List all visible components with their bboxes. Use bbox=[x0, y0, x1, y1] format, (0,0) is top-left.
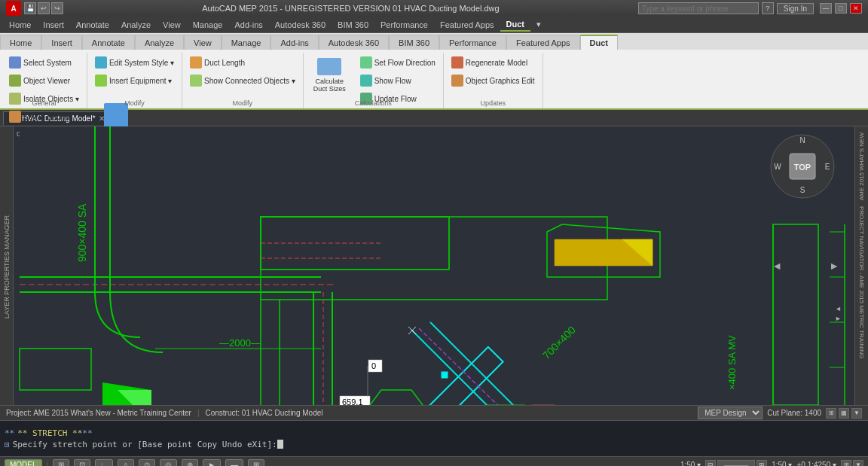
tab-manage[interactable]: Manage bbox=[222, 35, 271, 50]
group-label-general: General bbox=[2, 99, 87, 107]
tab-addins[interactable]: Add-ins bbox=[270, 35, 318, 50]
polar-btn[interactable]: △ bbox=[118, 459, 134, 466]
ribbon-group-general: Select System Object Viewer Isolate Obje… bbox=[2, 53, 87, 108]
project-navigator-tab[interactable]: PROJECT NAVIGATOR - AME 2015 METRIC TRAI… bbox=[857, 203, 866, 361]
titlebar-search[interactable] bbox=[638, 2, 759, 14]
regen-icon bbox=[451, 56, 463, 69]
model-btn[interactable]: MODEL bbox=[5, 459, 42, 466]
close-button[interactable]: ✕ bbox=[850, 3, 862, 14]
menu-autodesk360[interactable]: Autodesk 360 bbox=[269, 19, 332, 31]
ribbon: Home Insert Annotate Analyze View Manage… bbox=[0, 33, 868, 110]
minimize-button[interactable]: — bbox=[820, 3, 832, 14]
nav-right-arrow[interactable]: ► bbox=[829, 260, 839, 272]
osnap-btn[interactable]: ⊙ bbox=[139, 459, 155, 466]
command-text-stretch: ** STRETCH ** bbox=[17, 428, 82, 438]
titlebar: A 💾 ↩ ↪ AutoCAD MEP 2015 - UNREGISTERED … bbox=[0, 0, 868, 17]
menu-dropdown[interactable]: ▾ bbox=[530, 18, 547, 31]
tab-performance[interactable]: Performance bbox=[439, 35, 506, 50]
viewcube: N S E W TOP bbox=[769, 132, 836, 200]
menu-analyze[interactable]: Analyze bbox=[115, 19, 157, 31]
mep-design-dropdown[interactable]: MEP Design bbox=[698, 407, 763, 419]
edit-system-style-btn[interactable]: Edit System Style ▾ bbox=[90, 54, 179, 71]
set-flow-direction-btn[interactable]: Set Flow Direction bbox=[356, 54, 440, 71]
command-cursor-icon: ⊡ bbox=[5, 440, 10, 449]
menu-duct[interactable]: Duct bbox=[500, 18, 530, 32]
tpress-btn[interactable]: ⊞ bbox=[248, 459, 264, 466]
command-cursor bbox=[277, 440, 283, 449]
grid-btn[interactable]: ⊞ bbox=[53, 459, 69, 466]
menu-featured[interactable]: Featured Apps bbox=[434, 19, 500, 31]
show-flow-btn[interactable]: Show Flow bbox=[356, 72, 440, 89]
menu-performance[interactable]: Performance bbox=[374, 19, 434, 31]
svg-text:►: ► bbox=[835, 315, 842, 322]
layer-properties-panel: LAYER PROPERTIES MANAGER bbox=[0, 126, 14, 405]
command-input-line[interactable]: ⊡ Specify stretch point or [Base point C… bbox=[5, 440, 863, 449]
dyn-btn[interactable]: ► bbox=[203, 459, 221, 466]
show-connected-btn[interactable]: Show Connected Objects ▾ bbox=[185, 72, 300, 89]
otrack-btn[interactable]: ◎ bbox=[160, 459, 177, 466]
svg-text:N: N bbox=[799, 136, 805, 145]
viewer-icon bbox=[9, 75, 21, 87]
ortho-btn[interactable]: ∟ bbox=[95, 459, 113, 466]
help-icon[interactable]: ? bbox=[762, 2, 774, 14]
tab-insert[interactable]: Insert bbox=[41, 35, 82, 50]
tab-duct[interactable]: Duct bbox=[580, 35, 618, 50]
scale-controls[interactable]: ⊟ ———— ⊞ bbox=[705, 460, 767, 467]
view-controls[interactable]: ⊞ ▦ ▼ bbox=[826, 408, 862, 419]
command-prompt: ** bbox=[5, 428, 14, 438]
tab-autodesk360[interactable]: Autodesk 360 bbox=[319, 35, 389, 50]
quick-access-save[interactable]: 💾 bbox=[24, 2, 36, 14]
menu-annotate[interactable]: Annotate bbox=[70, 19, 115, 31]
viewcube-svg: N S E W TOP bbox=[769, 132, 836, 200]
command-instruction: Specify stretch point or [Base point Cop… bbox=[13, 440, 277, 449]
menu-home[interactable]: Home bbox=[3, 19, 37, 31]
tab-view[interactable]: View bbox=[184, 35, 222, 50]
duct-length-btn[interactable]: Duct Length bbox=[185, 54, 249, 71]
ribbon-content: Select System Object Viewer Isolate Obje… bbox=[0, 50, 868, 108]
select-system-btn[interactable]: Select System bbox=[5, 54, 76, 71]
svg-text:TOP: TOP bbox=[794, 163, 811, 172]
layer-properties-tab[interactable]: LAYER PROPERTIES MANAGER bbox=[2, 209, 12, 324]
svg-text:E: E bbox=[825, 163, 830, 171]
calc-icon bbox=[317, 58, 341, 75]
tab-analyze[interactable]: Analyze bbox=[135, 35, 184, 50]
calculate-duct-sizes-btn[interactable]: CalculateDuct Sizes bbox=[307, 54, 353, 96]
menu-insert[interactable]: Insert bbox=[37, 19, 70, 31]
menu-manage[interactable]: Manage bbox=[187, 19, 229, 31]
ribbon-tabs: Home Insert Annotate Analyze View Manage… bbox=[0, 33, 868, 50]
tab-bim360[interactable]: BIM 360 bbox=[389, 35, 439, 50]
menu-view[interactable]: View bbox=[157, 19, 187, 31]
whats-new-tab[interactable]: AME 2015 WHAT'S NEW bbox=[857, 129, 866, 203]
regenerate-model-btn[interactable]: Regenerate Model bbox=[447, 54, 532, 71]
quick-access-undo[interactable]: ↩ bbox=[38, 2, 50, 14]
obj-graphics-icon bbox=[451, 75, 463, 87]
tab-annotate[interactable]: Annotate bbox=[82, 35, 135, 50]
edit-in-section-btn[interactable]: Edit In Section bbox=[5, 108, 76, 125]
group-label-modify2: Modify bbox=[182, 99, 303, 107]
nav-left-arrow[interactable]: ◄ bbox=[772, 260, 782, 272]
tab-home[interactable]: Home bbox=[0, 35, 41, 50]
lweight-btn[interactable]: ▬ bbox=[225, 459, 243, 466]
tab-featured[interactable]: Featured Apps bbox=[506, 35, 580, 50]
construct-status: Construct: 01 HVAC Ducting Model bbox=[206, 409, 323, 417]
svg-rect-23 bbox=[442, 372, 448, 378]
duct-length-icon bbox=[190, 56, 202, 69]
object-viewer-btn[interactable]: Object Viewer bbox=[5, 72, 75, 89]
insert-equipment-btn[interactable]: Insert Equipment ▾ bbox=[90, 72, 176, 89]
viewport: op[2D Wireframe] 900×400 SA bbox=[14, 126, 854, 405]
svg-rect-0 bbox=[20, 126, 848, 405]
object-graphics-edit-btn[interactable]: Object Graphics Edit bbox=[447, 72, 539, 89]
snap-btn[interactable]: ⊡ bbox=[74, 459, 90, 466]
menu-bim360[interactable]: BIM 360 bbox=[332, 19, 374, 31]
show-flow-icon bbox=[360, 75, 372, 87]
menu-addins[interactable]: Add-ins bbox=[228, 19, 268, 31]
statusbar: Project: AME 2015 What's New - Metric Tr… bbox=[0, 405, 868, 420]
signin-button[interactable]: Sign In bbox=[777, 3, 814, 14]
quick-access-redo[interactable]: ↪ bbox=[51, 2, 63, 14]
ducs-btn[interactable]: ⊕ bbox=[182, 459, 198, 466]
svg-text:S: S bbox=[800, 186, 805, 194]
maximize-button[interactable]: □ bbox=[835, 3, 847, 14]
workspace-controls[interactable]: ⊞ ▼ bbox=[841, 460, 863, 467]
project-navigator-panel: AME 2015 WHAT'S NEW PROJECT NAVIGATOR - … bbox=[854, 126, 868, 405]
svg-text:0: 0 bbox=[371, 361, 376, 370]
